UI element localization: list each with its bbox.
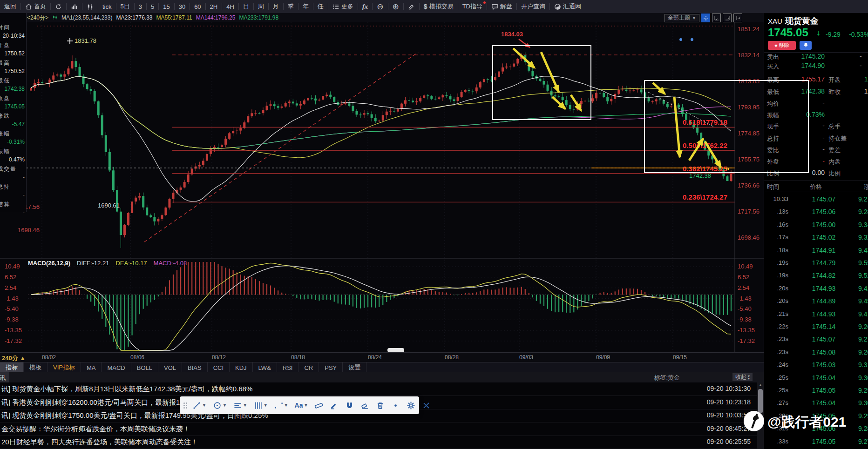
news-collapse-button[interactable]: 收起▾▾ xyxy=(732,373,753,381)
toolbar-item-月[interactable]: 月 xyxy=(269,0,283,13)
toolbar-item-2H[interactable]: 2H xyxy=(206,0,222,13)
symbol-title: XAU现货黄金 xyxy=(768,15,819,27)
top-toolbar: 返回首页tick5日351530602H4H日周月季年任更多fx⊖⊕$模拟交易T… xyxy=(0,0,868,13)
axis-left-button[interactable] xyxy=(712,13,721,22)
magnet-tool-button[interactable] xyxy=(342,396,357,414)
toolbar-item-refresh[interactable] xyxy=(51,0,66,13)
tab-PSY[interactable]: PSY xyxy=(319,362,343,373)
info-value: -5.47 xyxy=(12,121,25,127)
tab-CR[interactable]: CR xyxy=(298,362,319,373)
toolbar-item-汇通网[interactable]: 汇通网 xyxy=(550,0,585,13)
toolbar-item-15[interactable]: 15 xyxy=(159,0,174,13)
info-value: 1750.52 xyxy=(5,50,25,57)
toolbar-item-3[interactable]: 3 xyxy=(135,0,146,13)
segment-tool-button[interactable]: ▼ xyxy=(189,396,210,414)
toolbar-item-fx[interactable]: fx xyxy=(358,0,373,13)
bell-icon xyxy=(803,41,809,50)
alert-bell-button[interactable] xyxy=(800,41,812,50)
tab-BOLL[interactable]: BOLL xyxy=(131,362,158,373)
time-axis: 240分 ▲ 08/0208/0608/1208/1808/2408/2809/… xyxy=(0,352,764,362)
tab-模板[interactable]: 模板 xyxy=(24,362,47,373)
vlines-tool-button[interactable]: ▼ xyxy=(251,396,271,414)
news-item[interactable]: 20日财经早餐，四大央行连番登场，美联储本周动态备受关注！09-20 06:25… xyxy=(0,436,757,449)
macd-axis-label: -9.38 xyxy=(5,316,19,323)
news-item[interactable]: 金交易提醒：华尔街分析师看跌金价，本周美联储决议来袭！09-20 08:45:2… xyxy=(0,422,757,436)
tab-BIAS[interactable]: BIAS xyxy=(182,362,208,373)
toolbar-item-任[interactable]: 任 xyxy=(313,0,328,13)
tab-VIP指标[interactable]: VIP指标 xyxy=(47,362,81,373)
candlestick-chart[interactable]: 0.618\1779.180.500\1762.220.382\1745.250… xyxy=(0,22,764,352)
news-list: 讯] 现货黄金小幅下探，刷新8月13日以来新低至1742.38美元/盎司，跌幅约… xyxy=(0,382,757,449)
toolbar-item-周[interactable]: 周 xyxy=(254,0,268,13)
toolbar-item-60[interactable]: 60 xyxy=(190,0,205,13)
brush-tool-button[interactable] xyxy=(326,396,342,414)
pane-resize-handle[interactable] xyxy=(387,348,404,352)
hlines-tool-button[interactable]: ▼ xyxy=(230,396,251,414)
tab-LW&[interactable]: LW& xyxy=(253,362,277,373)
curve-tool-button[interactable]: ▼ xyxy=(271,396,292,414)
price-change: -9.29 xyxy=(826,31,841,38)
move-button[interactable] xyxy=(701,13,710,22)
toolbar-item-bars[interactable] xyxy=(67,0,82,13)
chart-period[interactable]: <240分> xyxy=(27,14,48,22)
toolbar-item-返回[interactable]: 返回 xyxy=(0,0,20,13)
eraser-tool-button[interactable] xyxy=(357,396,373,414)
news-text: 讯] 香港黄金刚刚刺穿16200.00港元/司马两关口，最新报1618 xyxy=(1,398,191,407)
ruler-tool-button[interactable] xyxy=(311,396,326,414)
tab-KDJ[interactable]: KDJ xyxy=(230,362,253,373)
toolbar-item-模拟交易[interactable]: $模拟交易 xyxy=(420,0,458,13)
tab-设置[interactable]: 设置 xyxy=(343,362,366,373)
toolbar-item-5日[interactable]: 5日 xyxy=(116,0,134,13)
toolbar-item-更多[interactable]: 更多 xyxy=(328,0,358,13)
period-label[interactable]: 240分 ▲ xyxy=(2,354,26,362)
tab-VOL[interactable]: VOL xyxy=(158,362,182,373)
scroll-up-icon[interactable]: ▲ xyxy=(757,382,764,388)
news-item[interactable]: 讯] 现货黄金小幅下探，刷新8月13日以来新低至1742.38美元/盎司，跌幅约… xyxy=(0,382,757,396)
toolbar-item-zoomout[interactable]: ⊖ xyxy=(373,0,387,13)
toolbar-item-tick[interactable]: tick xyxy=(98,0,116,13)
toolbar-item-年[interactable]: 年 xyxy=(298,0,313,13)
info-label: 最低 xyxy=(0,77,10,85)
info-label: 收盘 xyxy=(0,94,10,102)
remove-watchlist-button[interactable]: ♥移除 xyxy=(768,41,796,50)
zoomin-icon: ⊕ xyxy=(393,2,399,12)
ma-settings-icon[interactable] xyxy=(52,14,58,21)
scroll-thumb[interactable] xyxy=(758,389,763,413)
theme-dropdown[interactable]: 全部主题▼ xyxy=(665,14,699,22)
info-value: - xyxy=(23,209,25,216)
toolbar-item-candles[interactable] xyxy=(82,0,98,13)
toolbar-item-开户查询[interactable]: 开户查询 xyxy=(517,0,549,13)
tab-RSI[interactable]: RSI xyxy=(277,362,299,373)
axis-right-button[interactable] xyxy=(723,13,732,22)
axis-out-button[interactable] xyxy=(733,13,742,22)
macd-axis-label: 6.52 xyxy=(5,274,16,281)
drawing-toolbar: ▼▼▼▼▼Aa▼ xyxy=(180,396,419,414)
toolbar-item-首页[interactable]: 首页 xyxy=(21,0,50,13)
eye-tool-button[interactable] xyxy=(388,396,403,414)
toolbar-item-5[interactable]: 5 xyxy=(147,0,158,13)
news-time: 09-20 06:25:55 xyxy=(707,438,751,445)
tab-指标[interactable]: 指标 xyxy=(0,362,24,373)
toolbar-drag-handle[interactable] xyxy=(183,400,187,410)
toolbar-item-4H[interactable]: 4H xyxy=(222,0,238,13)
toolbar-item-pencil[interactable] xyxy=(404,0,419,13)
tab-CCI[interactable]: CCI xyxy=(208,362,230,373)
curve-icon xyxy=(274,401,283,410)
gear-tool-button[interactable] xyxy=(403,396,419,414)
tab-MA[interactable]: MA xyxy=(81,362,102,373)
toolbar-item-解盘[interactable]: 解盘 xyxy=(487,0,516,13)
circle-tool-tool-button[interactable]: ▼ xyxy=(210,396,230,414)
toolbar-item-zoomin[interactable]: ⊕ xyxy=(388,0,403,13)
toolbar-item-30[interactable]: 30 xyxy=(175,0,190,13)
tab-MACD[interactable]: MACD xyxy=(102,362,131,373)
text-tool-tool-button[interactable]: Aa▼ xyxy=(292,396,312,414)
news-tab[interactable]: 快讯 xyxy=(0,372,9,382)
date-label: 08/02 xyxy=(42,354,56,361)
toolbar-item-日[interactable]: 日 xyxy=(239,0,253,13)
eye-icon xyxy=(391,401,400,410)
close-tool-button[interactable] xyxy=(419,396,434,414)
trash-tool-button[interactable] xyxy=(373,396,388,414)
toolbar-item-TD指导[interactable]: TD指导 xyxy=(458,0,487,13)
macd-axis-label: 6.52 xyxy=(738,274,749,281)
toolbar-item-季[interactable]: 季 xyxy=(284,0,298,13)
